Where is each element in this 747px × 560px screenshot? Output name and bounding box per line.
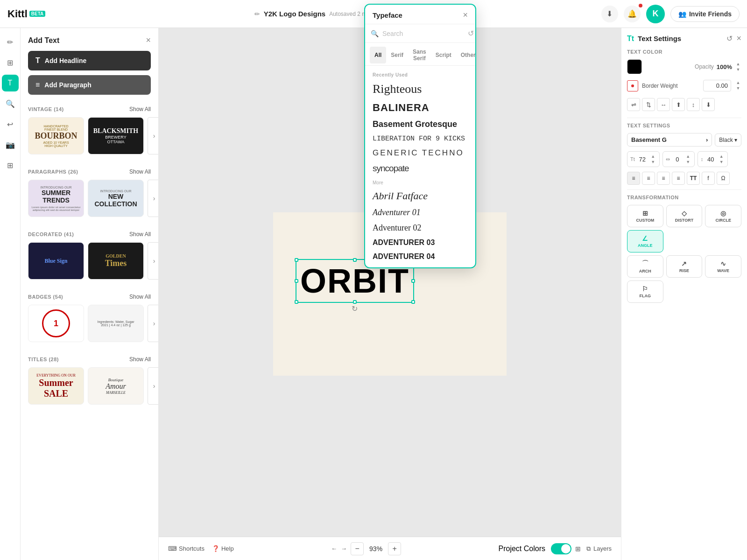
transform-arch-button[interactable]: ⌒ ARCH (627, 255, 663, 278)
vintage-blacksmith-card[interactable]: BLACKSMITH BREWERYOTTAWA (88, 117, 144, 154)
align-bottom-button[interactable]: ⬇ (702, 98, 715, 111)
font-item-balinera[interactable]: BALINERA (365, 99, 475, 117)
panel-close-button[interactable]: × (146, 35, 151, 45)
resize-handle-bc[interactable] (353, 300, 357, 304)
font-item-syncopate[interactable]: syncopate (365, 161, 475, 176)
bold-button[interactable]: TT (687, 172, 700, 185)
resize-handle-mr[interactable] (411, 279, 415, 283)
badges-show-all-button[interactable]: Show All (129, 294, 151, 300)
text-tool-button[interactable]: T (2, 75, 19, 91)
align-center-v-button[interactable]: ↕ (687, 98, 700, 111)
notifications-button[interactable]: 🔔 (624, 6, 641, 22)
tab-script[interactable]: Script (431, 47, 456, 63)
letter-spacing-down-button[interactable]: ▼ (685, 159, 691, 165)
border-increase-button[interactable]: ▲ (735, 80, 741, 86)
history-button[interactable]: ↺ (726, 34, 733, 43)
vintage-show-all-button[interactable]: Show All (129, 106, 151, 112)
resize-handle-bl[interactable] (295, 300, 298, 304)
font-item-adventurer2[interactable]: Adventurer 02 (365, 220, 475, 236)
titles-show-all-button[interactable]: Show All (129, 356, 151, 363)
help-button[interactable]: ❓ Help (212, 545, 234, 552)
grid-tool-button[interactable]: ⊞ (2, 157, 19, 174)
paragraphs-show-all-button[interactable]: Show All (129, 168, 151, 175)
project-colors-switch[interactable] (551, 543, 571, 554)
border-decrease-button[interactable]: ▼ (735, 86, 741, 91)
shortcuts-button[interactable]: ⌨ Shortcuts (168, 545, 204, 552)
flip-diag-button[interactable]: ↔ (657, 98, 670, 111)
align-justify-button[interactable]: ≡ (672, 172, 685, 185)
text-color-swatch[interactable] (627, 59, 642, 74)
flip-v-button[interactable]: ⇅ (642, 98, 655, 111)
special-chars-button[interactable]: Ω (717, 172, 730, 185)
tab-serif[interactable]: Serif (386, 47, 408, 63)
summer-trends-card[interactable]: INTRODUCING OUR SUMMER TRENDS Lorem ipsu… (28, 180, 84, 217)
tab-sans-serif[interactable]: Sans Serif (408, 47, 431, 63)
transform-circle-button[interactable]: ◎ CIRCLE (705, 205, 741, 227)
transform-wave-button[interactable]: ∿ WAVE (705, 255, 741, 278)
golden-times-card[interactable]: GOLDEN Times (88, 242, 144, 280)
paragraphs-next-button[interactable]: › (148, 180, 158, 217)
badge2-card[interactable]: Ingredients: Water, Sugar2021 | 4.4 oz |… (88, 305, 144, 342)
font-item-righteous[interactable]: Righteous (365, 79, 475, 99)
typeface-close-button[interactable]: × (463, 10, 468, 20)
resize-handle-tc[interactable] (353, 258, 357, 262)
font-size-down-button[interactable]: ▼ (650, 159, 656, 165)
font-size-up-button[interactable]: ▲ (650, 154, 656, 159)
font-weight-selector[interactable]: Black ▾ (715, 133, 741, 147)
vintage-bourbon-card[interactable]: HANDCRAFTEDFINEST BLEND BOURBON AGED 10 … (28, 117, 84, 154)
new-collection-card[interactable]: INTRODUCING OUR NEW COLLECTION (88, 180, 144, 217)
transform-distort-button[interactable]: ◇ DISTORT (666, 205, 703, 227)
line-height-up-button[interactable]: ▲ (718, 154, 725, 159)
border-weight-input[interactable]: 0.00 (703, 80, 731, 91)
typeface-search-input[interactable] (382, 30, 464, 37)
font-item-adventurer4[interactable]: ADVENTURER 04 (365, 250, 475, 264)
vintage-next-button[interactable]: › (148, 117, 158, 154)
layers-button[interactable]: ⧉ Layers (586, 545, 612, 553)
font-item-liberation[interactable]: LIBERATION FOR 9 KICKS (365, 132, 475, 146)
zoom-out-button[interactable]: − (351, 542, 364, 555)
zoom-in-button[interactable]: + (388, 542, 401, 555)
align-right-button[interactable]: ≡ (657, 172, 670, 185)
transform-flag-button[interactable]: ⚐ FLAG (627, 280, 663, 303)
flip-h-button[interactable]: ⇌ (627, 98, 640, 111)
amour-card[interactable]: Boutique Amour MARSEILLE (88, 367, 144, 405)
align-left-button[interactable]: ≡ (627, 172, 640, 185)
badges-next-button[interactable]: › (148, 305, 158, 342)
shapes-tool-button[interactable]: ↩ (2, 116, 19, 133)
transform-custom-button[interactable]: ⊞ CUSTOM (627, 205, 663, 227)
resize-handle-br[interactable] (411, 300, 415, 304)
decorated-next-button[interactable]: › (148, 242, 158, 280)
font-item-adventurer1[interactable]: Adventurer 01 (365, 205, 475, 220)
font-item-generic[interactable]: GENERIC TECHNO (365, 146, 475, 161)
undo-button[interactable]: ← (331, 545, 337, 552)
add-headline-button[interactable]: T Add Headline (28, 51, 151, 70)
opacity-increase-button[interactable]: ▲ (735, 61, 741, 67)
transform-angle-button[interactable]: ∠ ANGLE (627, 230, 663, 252)
layers-tool-button[interactable]: ⊞ (2, 54, 19, 71)
line-height-down-button[interactable]: ▼ (718, 159, 725, 165)
blue-sign-card[interactable]: Blue Sign (28, 242, 84, 280)
font-selector[interactable]: Basement G › (627, 133, 712, 147)
align-center-button[interactable]: ≡ (642, 172, 655, 185)
resize-handle-tl[interactable] (295, 258, 298, 262)
letter-spacing-up-button[interactable]: ▲ (685, 154, 691, 159)
opacity-decrease-button[interactable]: ▼ (735, 67, 741, 72)
badge1-card[interactable]: 1 (28, 305, 84, 342)
photo-tool-button[interactable]: 📷 (2, 136, 19, 153)
decorated-show-all-button[interactable]: Show All (129, 231, 151, 238)
font-item-abril[interactable]: Abril Fatface (365, 187, 475, 205)
edit-tool-button[interactable]: ✏ (2, 34, 19, 50)
transform-rise-button[interactable]: ↗ RISE (666, 255, 703, 278)
superscript-button[interactable]: f (702, 172, 715, 185)
titles-next-button[interactable]: › (148, 367, 158, 405)
tab-all[interactable]: All (370, 47, 386, 63)
tab-other[interactable]: Other (456, 47, 476, 63)
resize-handle-ml[interactable] (295, 279, 298, 283)
summer-sale-card[interactable]: EVERYTHING ON OUR SummerSALE (28, 367, 84, 405)
avatar-button[interactable]: K (646, 5, 665, 23)
invite-friends-button[interactable]: 👥 Invite Friends (670, 6, 740, 22)
redo-button[interactable]: → (341, 545, 347, 552)
rotate-handle[interactable]: ↻ (352, 304, 358, 313)
close-settings-button[interactable]: × (736, 34, 741, 43)
align-top-button[interactable]: ⬆ (672, 98, 685, 111)
